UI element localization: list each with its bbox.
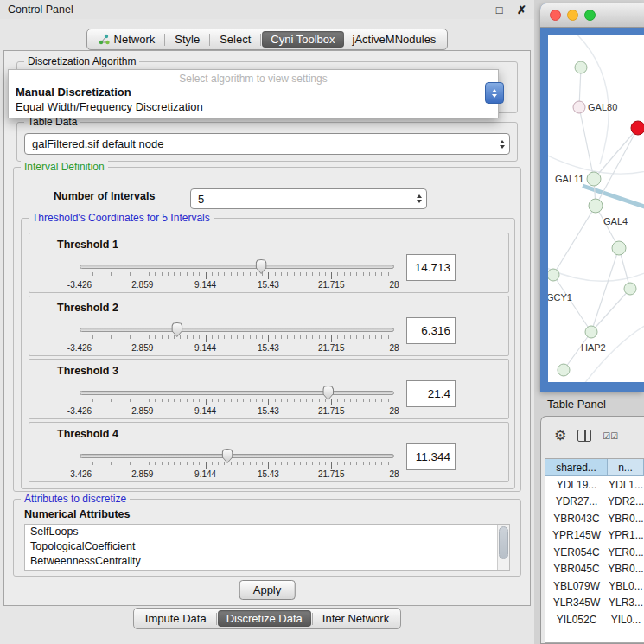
table-row[interactable]: YBR045CYBR0... <box>545 561 644 578</box>
gear-icon[interactable]: ⚙ <box>554 429 566 443</box>
cyni-toolbox-panel: Discretization Algorithm Select algorith… <box>3 50 531 606</box>
table-row[interactable]: YIL052CYIL0... <box>545 611 644 628</box>
slider-ticks <box>80 399 394 405</box>
menu-item-manual-discretization[interactable]: Manual Discretization <box>9 85 498 99</box>
table-cell[interactable]: YDL19... <box>545 476 608 494</box>
table-row[interactable]: YDR27...YDR2... <box>545 494 644 511</box>
attribute-list-item[interactable]: SelfLoops <box>25 525 509 539</box>
table-row[interactable]: YLR345WYLR3... <box>545 595 644 612</box>
zoom-traffic-light-icon[interactable] <box>584 10 596 21</box>
network-edge[interactable] <box>553 275 591 332</box>
table-cell[interactable]: YIL0... <box>608 611 644 628</box>
interval-definition-group: Interval Definition Number of Intervals … <box>13 167 521 492</box>
network-canvas[interactable]: GAL80GAL11GAL4GCY1HAP2 <box>548 35 644 382</box>
table-cell[interactable]: YPR1... <box>608 527 644 545</box>
network-window-titlebar[interactable] <box>540 3 644 28</box>
network-edge[interactable] <box>553 206 596 275</box>
attribute-list-item[interactable]: TopologicalCoefficient <box>25 539 509 554</box>
slider-scale: -3.4262.8599.14415.4321.71528 <box>80 469 394 480</box>
network-node[interactable] <box>624 283 636 295</box>
tab-select[interactable]: Select <box>211 31 259 48</box>
threshold-3-value[interactable]: 21.4 <box>406 380 456 407</box>
slider-ticks <box>80 335 394 342</box>
threshold-1-value[interactable]: 14.713 <box>406 254 456 281</box>
table-row[interactable]: YER054CYER0... <box>545 544 644 561</box>
chevron-down-icon <box>492 94 497 98</box>
network-edge[interactable] <box>591 248 619 332</box>
table-row[interactable]: YBL079WYBL0... <box>545 577 644 595</box>
slider-ticks <box>80 272 394 279</box>
select-columns-icon[interactable]: ☑☑ <box>603 431 618 441</box>
table-row[interactable]: YPR145WYPR1... <box>545 527 644 545</box>
slider-scale: -3.4262.8599.14415.4321.71528 <box>80 343 394 354</box>
table-cell[interactable]: YIL052C <box>545 611 608 628</box>
table-cell[interactable]: YER054C <box>545 544 608 561</box>
table-cell[interactable]: YBL0... <box>608 577 644 595</box>
group-title: Discretization Algorithm <box>24 55 139 67</box>
table-cell[interactable]: YBR043C <box>545 510 608 527</box>
table-cell[interactable]: YER0... <box>608 544 644 561</box>
column-header-shared-name[interactable]: shared... <box>545 459 608 476</box>
threshold-1-slider[interactable]: -3.4262.8599.14415.4321.71528 <box>80 259 394 290</box>
table-cell[interactable]: YBL079W <box>545 577 608 595</box>
network-node[interactable] <box>573 101 585 113</box>
tab-discretize-data[interactable]: Discretize Data <box>218 610 311 627</box>
slider-scale-label: 28 <box>389 343 399 353</box>
tab-infer-network[interactable]: Infer Network <box>314 610 398 627</box>
network-node[interactable] <box>558 364 570 376</box>
num-intervals-combo[interactable]: 5 <box>190 188 427 209</box>
table-cell[interactable]: YBR0... <box>608 510 644 527</box>
scrollbar-thumb[interactable] <box>499 526 508 559</box>
numerical-attributes-list[interactable]: SelfLoopsTopologicalCoefficientBetweenne… <box>24 524 510 571</box>
table-panel-title: Table Panel <box>547 398 606 411</box>
network-node[interactable] <box>612 241 626 255</box>
table-cell[interactable]: YPR145W <box>545 527 608 545</box>
attribute-list-item[interactable]: BetweennessCentrality <box>25 554 509 569</box>
network-node[interactable] <box>589 199 603 213</box>
scrollbar[interactable] <box>497 525 509 570</box>
threshold-2-slider[interactable]: -3.4262.8599.14415.4321.71528 <box>80 322 394 354</box>
tab-cyni-toolbox[interactable]: Cyni Toolbox <box>262 31 343 48</box>
threshold-3-slider[interactable]: -3.4262.8599.14415.4321.71528 <box>80 386 394 417</box>
menu-item-equal-width-frequency[interactable]: Equal Width/Frequency Discretization <box>9 99 498 114</box>
network-edge[interactable] <box>591 289 630 332</box>
network-edge[interactable] <box>594 128 638 179</box>
table-cell[interactable]: YLR345W <box>545 595 608 612</box>
columns-icon[interactable] <box>577 430 591 442</box>
network-node[interactable] <box>631 121 644 135</box>
tab-style[interactable]: Style <box>166 31 208 48</box>
table-data-combo[interactable]: galFiltered.sif default node <box>24 133 510 155</box>
table-cell[interactable]: YLR3... <box>608 595 644 612</box>
threshold-3-box: Threshold 3 -3.4262.8599.14415.4321.7152… <box>29 359 509 419</box>
tab-impute-data[interactable]: Impute Data <box>137 610 215 627</box>
network-edge[interactable] <box>596 128 638 206</box>
apply-button[interactable]: Apply <box>239 580 296 600</box>
threshold-4-value[interactable]: 11.344 <box>406 443 456 470</box>
table-row[interactable]: YBR043CYBR0... <box>545 510 644 527</box>
threshold-2-value[interactable]: 6.316 <box>406 317 456 344</box>
close-traffic-light-icon[interactable] <box>550 10 561 21</box>
table-cell[interactable]: YBR0... <box>608 561 644 578</box>
network-node[interactable] <box>575 61 587 73</box>
thresholds-group: Threshold's Coordinates for 5 Intervals … <box>21 218 515 489</box>
tab-divider <box>260 34 261 46</box>
float-window-icon[interactable]: □ <box>496 3 503 16</box>
group-title: Interval Definition <box>21 161 108 173</box>
combo-arrows-icon <box>494 134 509 154</box>
table-cell[interactable]: YDR27... <box>545 494 608 511</box>
network-node[interactable] <box>548 269 559 281</box>
threshold-4-slider[interactable]: -3.4262.8599.14415.4321.71528 <box>80 449 394 480</box>
tab-jactivemnodules[interactable]: jActiveMNodules <box>344 31 445 48</box>
column-header-name[interactable]: n... <box>608 459 644 476</box>
minimize-traffic-light-icon[interactable] <box>567 10 578 21</box>
close-window-icon[interactable]: ✗ <box>517 3 526 16</box>
network-node[interactable] <box>587 172 601 186</box>
table-cell[interactable]: YDR2... <box>608 494 644 511</box>
table-row[interactable]: YDL19...YDL1... <box>545 476 644 494</box>
table-cell[interactable]: YBR045C <box>545 561 608 578</box>
threshold-1-box: Threshold 1 -3.4262.8599.14415.4321.7152… <box>29 233 509 293</box>
tab-network[interactable]: Network <box>90 31 164 48</box>
algorithm-combo-button[interactable] <box>485 82 504 104</box>
network-node[interactable] <box>585 326 597 338</box>
table-cell[interactable]: YDL1... <box>608 476 644 494</box>
